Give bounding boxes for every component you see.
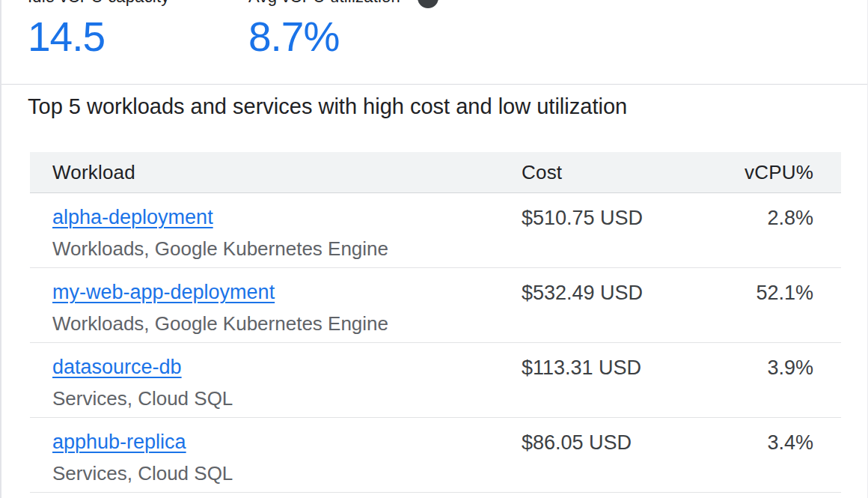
table-row: my-web-app-deployment Workloads, Google … (30, 268, 841, 343)
stat-avg-utilization-value: 8.7% (248, 15, 339, 58)
vcpu-cell: 2.8% (709, 205, 841, 267)
vcpu-cell: 52.1% (709, 280, 841, 342)
vcpu-cell: 3.4% (709, 430, 841, 492)
cost-cell: $86.05 USD (522, 430, 709, 492)
section-title: Top 5 workloads and services with high c… (28, 94, 627, 119)
workload-link[interactable]: my-web-app-deployment (52, 280, 275, 304)
workload-cell: alpha-deployment Workloads, Google Kuber… (30, 205, 522, 267)
workloads-table: Workload Cost vCPU% alpha-deployment Wor… (30, 152, 841, 493)
workload-cell: apphub-replica Services, Cloud SQL (30, 430, 522, 492)
workload-cell: my-web-app-deployment Workloads, Google … (30, 280, 522, 342)
column-header-vcpu: vCPU% (709, 161, 841, 184)
cost-cell: $532.49 USD (522, 280, 709, 342)
stat-idle-vcpu-value: 14.5 (28, 15, 105, 58)
workload-source: Services, Cloud SQL (52, 462, 522, 485)
section-divider (1, 84, 867, 85)
table-row: apphub-replica Services, Cloud SQL $86.0… (30, 418, 841, 493)
stat-idle-vcpu-label: Idle vCPU capacity (28, 0, 169, 7)
info-icon[interactable] (418, 0, 438, 8)
cost-cell: $113.31 USD (522, 355, 709, 417)
stat-avg-utilization-label: Avg vCPU utilization (248, 0, 400, 7)
workload-link[interactable]: datasource-db (52, 355, 182, 379)
stats-strip: Idle vCPU capacity 14.5 Avg vCPU utiliza… (1, 0, 867, 85)
table-header-row: Workload Cost vCPU% (30, 152, 841, 193)
workload-cell: datasource-db Services, Cloud SQL (30, 355, 522, 417)
workload-link[interactable]: alpha-deployment (52, 205, 213, 229)
workload-source: Workloads, Google Kubernetes Engine (52, 312, 522, 335)
workload-link[interactable]: apphub-replica (52, 430, 186, 454)
vcpu-cell: 3.9% (709, 355, 841, 417)
table-row: alpha-deployment Workloads, Google Kuber… (30, 193, 841, 268)
workload-source: Workloads, Google Kubernetes Engine (52, 237, 522, 260)
workload-source: Services, Cloud SQL (52, 387, 522, 410)
cost-optimization-panel: Idle vCPU capacity 14.5 Avg vCPU utiliza… (0, 0, 868, 498)
column-header-workload: Workload (30, 161, 522, 184)
column-header-cost: Cost (522, 161, 709, 184)
table-row: datasource-db Services, Cloud SQL $113.3… (30, 343, 841, 418)
cost-cell: $510.75 USD (522, 205, 709, 267)
